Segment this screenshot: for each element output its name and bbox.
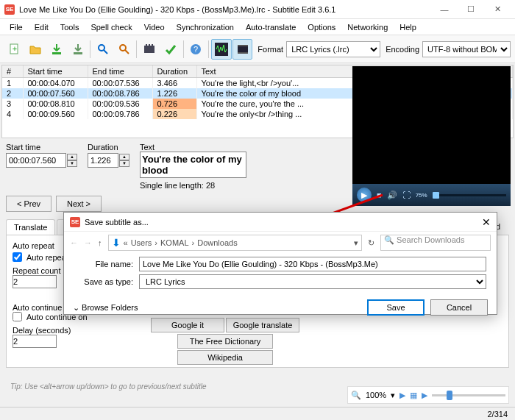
filename-input[interactable]	[139, 257, 486, 271]
waveform-icon[interactable]	[211, 39, 232, 60]
svg-rect-7	[146, 44, 147, 46]
stop-icon[interactable]: ■	[377, 191, 382, 199]
menu-help[interactable]: Help	[394, 21, 422, 33]
window-title: Love Me Like You Do (Ellie Goulding) - 3…	[19, 5, 431, 14]
spin-up-icon[interactable]: ▲	[119, 154, 129, 160]
cancel-button[interactable]: Cancel	[430, 299, 488, 316]
tab-translate[interactable]: Translate	[6, 219, 55, 235]
filename-label: File name:	[74, 260, 133, 268]
menu-edit[interactable]: Edit	[29, 21, 54, 33]
crumb-komal[interactable]: KOMAL	[160, 238, 189, 247]
maximize-button[interactable]: ☐	[458, 1, 484, 18]
nav-up-icon[interactable]: ↑	[98, 238, 102, 247]
google-translate-button[interactable]: Google translate	[226, 318, 299, 332]
fullscreen-icon[interactable]: ⛶	[402, 191, 411, 199]
col-start[interactable]: Start time	[23, 65, 88, 78]
dialog-title: Save subtitle as...	[85, 218, 149, 227]
spin-up-icon[interactable]: ▲	[67, 154, 77, 160]
zoom-value: 100%	[366, 391, 386, 399]
format-label: Format	[258, 45, 283, 54]
video-icon[interactable]	[232, 39, 253, 60]
delay-input[interactable]	[13, 335, 57, 348]
savetype-label: Save as type:	[74, 277, 133, 286]
col-num[interactable]: #	[2, 65, 23, 78]
svg-rect-6	[144, 46, 154, 53]
lookup-buttons: Google it Google translate The Free Dict…	[151, 318, 299, 365]
menu-options[interactable]: Options	[302, 21, 341, 33]
crumb-downloads[interactable]: Downloads	[197, 238, 237, 247]
svg-rect-3	[74, 52, 82, 54]
format-select[interactable]: LRC Lyrics (.lrc)	[286, 41, 380, 57]
next-button[interactable]: Next >	[56, 196, 102, 212]
svg-rect-8	[149, 44, 150, 46]
col-end[interactable]: End time	[88, 65, 152, 78]
visual-sync-icon[interactable]	[139, 39, 160, 60]
video-progress[interactable]	[433, 194, 506, 196]
next-marker-icon[interactable]: ▶	[422, 391, 427, 400]
nav-back-icon[interactable]: ←	[70, 238, 78, 247]
svg-rect-14	[238, 45, 248, 46]
google-it-button[interactable]: Google it	[151, 318, 224, 332]
menubar: File Edit Tools Spell check Video Synchr…	[0, 19, 515, 35]
volume-icon[interactable]: 🔊	[387, 191, 397, 200]
free-dictionary-button[interactable]: The Free Dictionary	[177, 334, 273, 349]
savetype-select[interactable]: LRC Lyrics	[139, 274, 486, 289]
auto-repeat-checkbox[interactable]	[13, 252, 22, 262]
refresh-icon[interactable]: ↻	[368, 238, 374, 248]
auto-continue-checkbox[interactable]	[13, 312, 22, 321]
video-panel: ▶ ■ 🔊 ⛶ 75%	[351, 65, 512, 207]
toolbar: + ? Format LRC Lyrics (.lrc) Encoding UT…	[0, 35, 515, 63]
spin-down-icon[interactable]: ▼	[67, 160, 77, 167]
svg-rect-2	[52, 52, 61, 54]
menu-autotranslate[interactable]: Auto-translate	[241, 21, 301, 33]
zoom-out-icon[interactable]: 🔍	[351, 391, 361, 400]
start-time-input[interactable]	[6, 153, 66, 168]
find-icon[interactable]	[93, 39, 113, 60]
grid-icon[interactable]: ▦	[410, 391, 417, 400]
duration-label: Duration	[88, 143, 129, 152]
svg-point-4	[99, 45, 104, 51]
svg-text:?: ?	[193, 45, 198, 54]
save-icon[interactable]	[46, 39, 67, 60]
minimize-button[interactable]: —	[431, 1, 458, 18]
save-dialog: SE Save subtitle as... ✕ ← → ↑ ⬇ « Users…	[63, 212, 497, 315]
col-dur[interactable]: Duration	[152, 65, 196, 78]
spin-down-icon[interactable]: ▼	[119, 160, 129, 167]
new-icon[interactable]: +	[4, 39, 25, 60]
menu-tools[interactable]: Tools	[55, 21, 85, 33]
menu-video[interactable]: Video	[139, 21, 170, 33]
video-area[interactable]: ▶ ■ 🔊 ⛶ 75%	[352, 66, 511, 206]
dialog-app-icon: SE	[70, 217, 80, 227]
text-input[interactable]: You're the color of my blood	[140, 152, 246, 178]
help-icon[interactable]: ?	[186, 39, 207, 60]
save-button[interactable]: Save	[367, 299, 425, 316]
prev-marker-icon[interactable]: ▶	[399, 391, 405, 400]
browse-folders[interactable]: ⌄ Browse Folders	[73, 303, 361, 313]
nav-fwd-icon[interactable]: →	[84, 238, 92, 247]
crumb-users[interactable]: Users	[131, 238, 152, 247]
encoding-select[interactable]: UTF-8 without BOM	[422, 41, 511, 57]
zoom-in-icon[interactable]: ▾	[391, 391, 395, 400]
open-icon[interactable]	[26, 39, 46, 60]
menu-networking[interactable]: Networking	[342, 21, 393, 33]
app-icon: SE	[4, 4, 15, 15]
duration-input[interactable]	[88, 153, 118, 168]
menu-sync[interactable]: Synchronization	[171, 21, 239, 33]
breadcrumb[interactable]: ⬇ « Users› KOMAL› Downloads ▾	[108, 235, 363, 251]
play-icon[interactable]: ▶	[357, 188, 372, 202]
prev-button[interactable]: < Prev	[6, 196, 52, 212]
search-input[interactable]: 🔍 Search Downloads	[380, 235, 491, 251]
menu-file[interactable]: File	[4, 21, 28, 33]
spellcheck-icon[interactable]	[160, 39, 181, 60]
titlebar: SE Love Me Like You Do (Ellie Goulding) …	[0, 0, 515, 19]
dialog-close-icon[interactable]: ✕	[482, 216, 491, 228]
down-arrow-icon[interactable]: ⬇	[112, 237, 121, 249]
encoding-label: Encoding	[386, 45, 419, 54]
repeat-count-input[interactable]	[13, 275, 57, 288]
close-button[interactable]: ✕	[484, 1, 511, 18]
saveas-icon[interactable]	[68, 39, 88, 60]
replace-icon[interactable]	[114, 39, 135, 60]
wikipedia-button[interactable]: Wikipedia	[177, 350, 273, 365]
menu-spellcheck[interactable]: Spell check	[85, 21, 137, 33]
zoom-slider[interactable]	[432, 394, 505, 396]
